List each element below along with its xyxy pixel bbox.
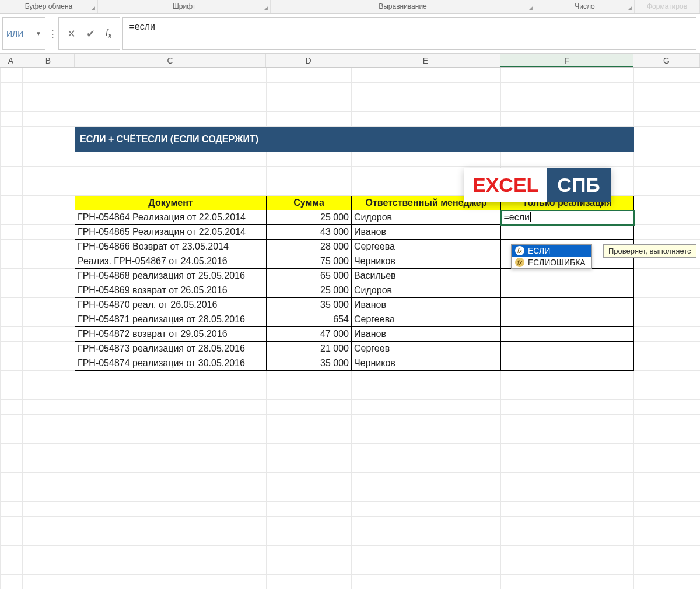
cell[interactable] xyxy=(267,167,352,181)
cell[interactable] xyxy=(267,517,352,531)
cell[interactable] xyxy=(501,97,634,112)
cell[interactable] xyxy=(1,575,23,589)
cell[interactable] xyxy=(501,458,634,473)
cell[interactable] xyxy=(1,444,23,458)
cell[interactable] xyxy=(23,97,75,112)
cell[interactable] xyxy=(267,83,352,97)
cell[interactable] xyxy=(75,517,267,531)
cell-only-real[interactable] xyxy=(501,356,634,371)
cell[interactable] xyxy=(501,444,634,458)
cell[interactable] xyxy=(23,181,75,196)
cell-sum[interactable]: 25 000 xyxy=(267,283,352,298)
cell-doc[interactable]: ГРН-054869 возврат от 26.05.2016 xyxy=(75,283,267,298)
cell[interactable] xyxy=(267,458,352,473)
cell[interactable] xyxy=(267,371,352,385)
ribbon-group-format[interactable]: Форматиров xyxy=(635,0,700,13)
cell[interactable] xyxy=(634,575,701,589)
cell[interactable] xyxy=(352,444,501,458)
col-header-G[interactable]: G xyxy=(634,54,700,67)
cell[interactable] xyxy=(23,312,75,327)
cell[interactable] xyxy=(634,167,701,181)
cell[interactable] xyxy=(634,400,701,415)
cell[interactable] xyxy=(1,254,23,269)
cancel-icon[interactable]: ✕ xyxy=(67,27,76,40)
cell[interactable] xyxy=(634,560,701,575)
formula-input[interactable]: =если xyxy=(123,17,696,50)
cell[interactable] xyxy=(1,97,23,112)
cell-manager[interactable]: Сергеев xyxy=(352,342,501,356)
cell[interactable] xyxy=(634,371,701,385)
cell[interactable] xyxy=(352,560,501,575)
cell[interactable] xyxy=(634,210,701,225)
cell[interactable] xyxy=(1,181,23,196)
cell[interactable] xyxy=(23,68,75,83)
cell-manager[interactable]: Васильев xyxy=(352,269,501,283)
cell[interactable] xyxy=(352,531,501,546)
cell-sum[interactable]: 35 000 xyxy=(267,298,352,312)
cell[interactable] xyxy=(23,112,75,127)
cell[interactable] xyxy=(501,575,634,589)
cell[interactable] xyxy=(23,517,75,531)
cell[interactable] xyxy=(1,152,23,167)
cell[interactable] xyxy=(634,429,701,444)
cell[interactable] xyxy=(501,502,634,517)
cell[interactable] xyxy=(634,225,701,240)
cell[interactable] xyxy=(352,152,501,167)
ribbon-group-clipboard[interactable]: Буфер обмена◢ xyxy=(0,0,98,13)
autocomplete-item[interactable]: fxЕСЛИОШИБКА xyxy=(512,257,592,268)
cell[interactable] xyxy=(634,502,701,517)
cell[interactable] xyxy=(23,560,75,575)
cell[interactable] xyxy=(634,327,701,342)
cell[interactable] xyxy=(1,298,23,312)
cell[interactable] xyxy=(23,502,75,517)
cell[interactable] xyxy=(352,400,501,415)
cell[interactable] xyxy=(634,546,701,560)
cell[interactable] xyxy=(1,283,23,298)
cell[interactable] xyxy=(75,531,267,546)
cell[interactable] xyxy=(267,531,352,546)
cell[interactable] xyxy=(634,97,701,112)
cell[interactable] xyxy=(75,444,267,458)
cell-manager[interactable]: Сидоров xyxy=(352,283,501,298)
cell-sum[interactable]: 35 000 xyxy=(267,356,352,371)
cell[interactable] xyxy=(23,487,75,502)
cell-sum[interactable]: 21 000 xyxy=(267,342,352,356)
cell[interactable] xyxy=(267,152,352,167)
col-header-B[interactable]: B xyxy=(22,54,75,67)
cell-doc[interactable]: ГРН-054871 реализация от 28.05.2016 xyxy=(75,312,267,327)
cell[interactable] xyxy=(23,385,75,400)
cell[interactable] xyxy=(352,97,501,112)
cell[interactable] xyxy=(75,97,267,112)
cell[interactable] xyxy=(75,429,267,444)
cell[interactable] xyxy=(75,546,267,560)
cell[interactable] xyxy=(634,517,701,531)
fx-icon[interactable]: fx xyxy=(106,27,111,40)
cell[interactable] xyxy=(267,97,352,112)
cell[interactable] xyxy=(1,487,23,502)
enter-icon[interactable]: ✔ xyxy=(86,27,95,40)
cell[interactable] xyxy=(501,415,634,429)
cell[interactable] xyxy=(23,269,75,283)
cell-manager[interactable]: Иванов xyxy=(352,298,501,312)
cell[interactable] xyxy=(501,68,634,83)
cell[interactable] xyxy=(75,181,267,196)
cell[interactable] xyxy=(23,415,75,429)
cell[interactable] xyxy=(1,546,23,560)
cell[interactable] xyxy=(1,400,23,415)
cell-only-real[interactable] xyxy=(501,269,634,283)
cell[interactable] xyxy=(1,210,23,225)
cell[interactable] xyxy=(267,502,352,517)
cell[interactable] xyxy=(75,560,267,575)
cell[interactable] xyxy=(75,415,267,429)
cell[interactable] xyxy=(634,68,701,83)
cell[interactable] xyxy=(23,575,75,589)
cell[interactable] xyxy=(23,152,75,167)
cell[interactable] xyxy=(267,68,352,83)
cell[interactable] xyxy=(352,429,501,444)
cell[interactable] xyxy=(1,240,23,254)
cell[interactable] xyxy=(1,385,23,400)
cell[interactable] xyxy=(501,517,634,531)
cell[interactable] xyxy=(634,356,701,371)
cell[interactable] xyxy=(1,342,23,356)
cell-sum[interactable]: 28 000 xyxy=(267,240,352,254)
